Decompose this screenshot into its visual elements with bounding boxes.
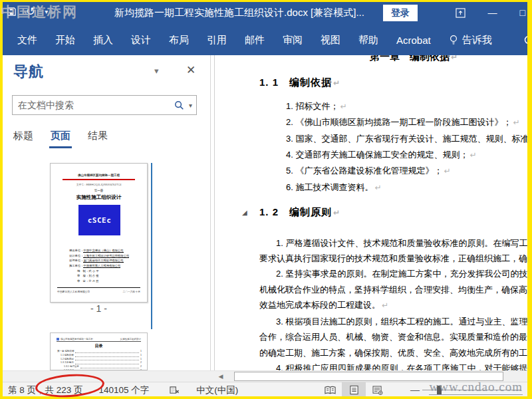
navigation-pane-title: 导航 [13, 62, 44, 82]
language-indicator[interactable]: 中文(中国) [196, 384, 238, 396]
heading-1-2: ◢ 1. 2 编制原则↵ [259, 204, 532, 221]
list-item: 1. 招标文件；↵ [286, 98, 532, 114]
tab-home[interactable]: 开始 [55, 34, 75, 47]
toc-page-header: 佛山市顺德区新均揽路一期工程 实施性施工组织设计 [57, 338, 141, 342]
navigation-tabs: 标题 页面 结果 [13, 130, 108, 142]
cover-volume: 第一册 [51, 189, 147, 192]
title-bar: ↺ ▾ 新均揽路一期工程实施性施工组织设计.docx [兼容模式]... 登录 … [0, 0, 532, 25]
tab-review[interactable]: 审阅 [283, 34, 303, 47]
tab-mailings[interactable]: 邮件 [245, 34, 265, 47]
cover-doc-number: 文件号：EBEHC/QJLJQ/SSXGZSJ/TC4 [51, 183, 147, 186]
lightbulb-icon [449, 35, 458, 46]
search-dropdown-icon[interactable]: ▾ [189, 102, 192, 109]
web-layout-icon[interactable] [366, 382, 390, 398]
tell-me-label: 告诉我 [462, 34, 492, 47]
text-line: 4. 积极推广应用四新成果的原则，在各项工序施工中，对于能够提高工程 [259, 360, 532, 370]
cscec-logo: cSCEc [78, 205, 120, 235]
paragraph-mark: ↵ [451, 55, 458, 62]
tab-acrobat[interactable]: Acrobat [396, 35, 431, 46]
list-item: 6. 施工技术调查资料。↵ [286, 180, 532, 196]
tab-design[interactable]: 设计 [131, 34, 151, 47]
tab-file[interactable]: 文件 [17, 34, 37, 47]
tell-me-control[interactable]: 告诉我 [449, 34, 492, 47]
nav-tab-headings[interactable]: 标题 [13, 130, 33, 142]
zoom-out-icon[interactable]: — [410, 384, 420, 395]
body-paragraphs: 1. 严格遵循设计文件、技术规范和质量验收标准的原则。在编写工作中， 要求认真执… [259, 235, 532, 370]
collapse-triangle-icon[interactable]: ◢ [242, 205, 248, 220]
list-item: 5. 《广东省公路建设标准化管理规定》；↵ [286, 163, 532, 179]
document-page[interactable]: 第一章 编制依据↵ 1. 1 编制依据↵ 1. 招标文件；↵ 2. 《佛山市顺德… [214, 55, 532, 370]
search-box: ▾ [12, 95, 197, 115]
page-thumbnail-2[interactable]: 佛山市顺德区新均揽路一期工程 实施性施工组织设计 目录 第一章 编制依据1 1.… [50, 332, 148, 370]
cover-header: 佛山市顺德区新均揽路一期工程 [51, 174, 147, 177]
watermark-bottom-right: www.cndao.com [429, 380, 523, 395]
list-item: 2. 《佛山市顺德区新均揽路一期工程一阶段施工图设计》；↵ [286, 114, 532, 130]
tab-references[interactable]: 引用 [207, 34, 227, 47]
page-thumbnail-1[interactable]: 佛山市顺德区新均揽路一期工程 文件号：EBEHC/QJLJQ/SSXGZSJ/T… [50, 163, 148, 303]
ribbon-search-icon[interactable] [523, 35, 532, 48]
text-line: 3. 根据项目法施工的原则，组织本工程的施工。通过与业主、监理和设计 [259, 314, 532, 329]
cover-footer-rule [57, 287, 140, 288]
chapter-heading: 第一章 编制依据↵ [370, 55, 532, 65]
text-line: 合作，综合运用人员、机械、物资、资金和信息。实现质量和造价的最佳组合 [259, 329, 532, 344]
paragraph-mark: ↵ [333, 208, 340, 217]
cover-approvals: 编 制：武 小 平 审 核：刘 占 俊 审 定：方 月 胜 [77, 269, 98, 283]
toc-title: 目录 [51, 343, 147, 349]
maximize-icon[interactable]: □ [520, 7, 525, 18]
cover-title: 实施性施工组织设计 [51, 194, 147, 201]
toc-header-icon [57, 338, 59, 340]
ribbon-display-options-icon[interactable] [456, 8, 466, 18]
search-icon[interactable] [174, 100, 184, 110]
nav-tab-pages[interactable]: 页面 [51, 130, 70, 142]
close-icon[interactable]: ✕ [186, 63, 196, 77]
minimize-icon[interactable]: — [488, 7, 497, 18]
paragraph-mark: ↵ [333, 78, 340, 88]
text-line: 要求认真执行国家现行的技术规范和质量验收标准，正确组织施工，确保工程 [259, 251, 532, 266]
word-window: ↺ ▾ 新均揽路一期工程实施性施工组织设计.docx [兼容模式]... 登录 … [0, 0, 532, 399]
nav-scrollbar[interactable] [151, 163, 152, 329]
tab-insert[interactable]: 插入 [93, 34, 113, 47]
view-shortcuts [318, 382, 390, 398]
watermark-top-left: 中国道桥网 [1, 3, 78, 21]
cover-fields: 建设单位：中国中交建设（佛山）有限公司 设计单位：上海市政工程设计研究总院有限公… [69, 248, 138, 268]
heading-1-1: 1. 1 编制依据↵ [259, 74, 532, 91]
document-title: 新均揽路一期工程实施性施工组织设计.docx [兼容模式]... [100, 0, 379, 25]
list-item: 3. 国家、交通部、广东省现行有关设计、施工规范、规则、标准；↵ [286, 131, 532, 147]
tab-layout[interactable]: 布局 [169, 34, 189, 47]
text-line: 机械化联合作业的特点，坚持科学组织，合理安排、均衡生产，确保高速度、 [259, 282, 532, 297]
scroll-left-icon[interactable]: ◀ [214, 372, 227, 382]
window-controls: — □ [456, 0, 525, 25]
word-count[interactable]: 140105 个字 [99, 384, 150, 396]
cover-footer: 中国建筑第八工程局有限公司二〇一六年十月 [57, 290, 140, 293]
search-input[interactable] [18, 100, 174, 110]
text-line: 的确定工期、施工方案，确保按期、优质、安全、高效地完成所有的工程项目 [259, 345, 532, 360]
document-canvas[interactable]: 第一章 编制依据↵ 1. 1 编制依据↵ 1. 招标文件；↵ 2. 《佛山市顺德… [211, 55, 532, 370]
tab-help[interactable]: 帮助 [358, 34, 378, 47]
toc-rows: 第一章 编制依据1 1.1 编制依据1 1.2 编制原则1 1.3 工程概况2 … [57, 350, 142, 370]
text-line: 2. 坚持实事求是的原则。在制定施工方案中，充分发挥我公司的技术优势， [259, 266, 532, 281]
print-layout-icon[interactable] [342, 382, 366, 398]
text-line: 1. 严格遵循设计文件、技术规范和质量验收标准的原则。在编写工作中， [259, 235, 532, 251]
proofing-errors-icon[interactable] [169, 385, 180, 395]
list-item: 4. 交通部有关施工确保施工安全的规定、规则；↵ [286, 147, 532, 163]
read-mode-icon[interactable] [318, 382, 342, 398]
navigation-options-icon[interactable]: ▾ [154, 66, 159, 76]
navigation-pane: 导航 ▾ ✕ ▾ 标题 页面 结果 佛山市顺德区新均揽路一期工程 文件号：EBE… [0, 55, 211, 370]
numbered-list: 1. 招标文件；↵ 2. 《佛山市顺德区新均揽路一期工程一阶段施工图设计》；↵ … [286, 98, 532, 196]
sign-in-button[interactable]: 登录 [383, 5, 418, 21]
page-number-label: - 1 - [50, 303, 148, 314]
text-line: 效益地完成本标段的工程建设。↵ [259, 297, 532, 313]
cover-red-rule [63, 179, 135, 180]
tab-view[interactable]: 视图 [321, 34, 340, 47]
nav-tab-results[interactable]: 结果 [88, 130, 108, 142]
ribbon-tab-bar: 文件 开始 插入 设计 布局 引用 邮件 审阅 视图 帮助 Acrobat 告诉… [0, 25, 532, 55]
